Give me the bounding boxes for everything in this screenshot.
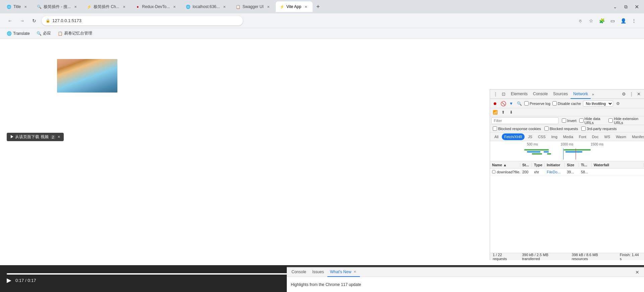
hide-extension-urls-checkbox[interactable]: Hide extension URLs bbox=[608, 117, 643, 125]
cell-status: 200 bbox=[520, 170, 532, 174]
tab-list-button[interactable]: ⌄ bbox=[610, 2, 620, 11]
disable-cache-checkbox[interactable]: Disable cache bbox=[552, 101, 581, 106]
type-js[interactable]: JS bbox=[526, 133, 535, 140]
upload-icon[interactable]: ⬆ bbox=[500, 109, 506, 115]
profile-icon[interactable]: 👤 bbox=[619, 16, 628, 25]
tab-redux[interactable]: ● Redux-DevTo... ✕ bbox=[131, 1, 181, 12]
address-input[interactable]: 🔒 127.0.0.1:5173 bbox=[42, 16, 243, 25]
download-banner-close[interactable]: ✕ bbox=[57, 135, 60, 139]
search-network-button[interactable]: 🔍 bbox=[516, 101, 522, 107]
filter-input[interactable] bbox=[491, 117, 558, 124]
devtools-inspect-icon[interactable]: ⊡ bbox=[500, 91, 507, 98]
forward-button[interactable]: → bbox=[17, 16, 27, 25]
tab-localhost[interactable]: 🌐 localhost:636... ✕ bbox=[182, 1, 231, 12]
devtools-tab-console[interactable]: Console bbox=[530, 90, 550, 99]
hide-data-urls-checkbox[interactable]: Hide data URLs bbox=[579, 117, 606, 125]
tab-jijian2[interactable]: ⚡ 极简插件 Ch... ✕ bbox=[83, 1, 131, 12]
col-name[interactable]: Name ▲ bbox=[490, 163, 520, 167]
tab-close-button[interactable]: ✕ bbox=[222, 4, 227, 9]
blocked-cookies-checkbox[interactable]: Blocked response cookies bbox=[493, 126, 541, 131]
type-all[interactable]: All bbox=[492, 133, 501, 140]
preserve-log-checkbox[interactable]: Preserve log bbox=[524, 101, 550, 106]
tab-title[interactable]: 🌐 Title ✕ bbox=[3, 1, 32, 12]
share-icon[interactable]: ⎏ bbox=[576, 16, 585, 25]
tab-favicon: 🌐 bbox=[7, 4, 11, 9]
download-banner[interactable]: ▶ 从该页面下载 视频 2 ✕ bbox=[7, 133, 64, 141]
type-ws[interactable]: WS bbox=[602, 133, 612, 140]
sidebar-icon[interactable]: ▭ bbox=[608, 16, 617, 25]
col-status[interactable]: St... bbox=[520, 163, 532, 167]
wf-bar-7 bbox=[564, 149, 591, 151]
wf-dom-line bbox=[563, 149, 564, 160]
extension-icon[interactable]: 🧩 bbox=[597, 16, 606, 25]
col-time[interactable]: Ti... bbox=[579, 163, 592, 167]
bookmark-icon[interactable]: ☆ bbox=[586, 16, 596, 25]
type-font[interactable]: Font bbox=[577, 133, 589, 140]
devtools-dock-icon[interactable]: ⋮ bbox=[492, 91, 499, 98]
third-party-checkbox[interactable]: 3rd-party requests bbox=[581, 126, 616, 131]
tab-close-button[interactable]: ✕ bbox=[172, 4, 177, 9]
tab-close-button[interactable]: ✕ bbox=[23, 4, 28, 9]
type-media[interactable]: Media bbox=[561, 133, 576, 140]
clear-button[interactable]: 🚫 bbox=[500, 101, 506, 107]
tab-jijian1[interactable]: 🔍 极简插件 - 搜... ✕ bbox=[33, 1, 82, 12]
menu-icon[interactable]: ⋮ bbox=[629, 16, 639, 25]
tab-close-button[interactable]: ✕ bbox=[121, 4, 127, 9]
reload-button[interactable]: ↻ bbox=[30, 16, 39, 25]
devtools-tab-sources[interactable]: Sources bbox=[550, 90, 571, 99]
devtools-tab-elements[interactable]: Elements bbox=[508, 90, 530, 99]
back-button[interactable]: ← bbox=[5, 16, 15, 25]
blocked-requests-checkbox[interactable]: Blocked requests bbox=[544, 126, 578, 131]
bottom-tab-issues[interactable]: Issues bbox=[310, 268, 327, 277]
bottom-panel-close-button[interactable]: ✕ bbox=[635, 270, 639, 275]
waterfall-bars bbox=[524, 149, 637, 160]
tab-close-button[interactable]: ✕ bbox=[266, 4, 271, 9]
cell-initiator[interactable]: FileDo... bbox=[545, 170, 565, 174]
tab-vite[interactable]: ⚡ Vite App ✕ bbox=[276, 1, 313, 12]
col-size[interactable]: Size bbox=[565, 163, 579, 167]
tab-swagger[interactable]: 📋 Swagger UI ✕ bbox=[232, 1, 275, 12]
row-checkbox[interactable] bbox=[492, 170, 495, 174]
throttle-select[interactable]: No throttling bbox=[583, 101, 613, 107]
record-button[interactable]: ⏺ bbox=[492, 101, 498, 107]
play-button[interactable]: ▶ bbox=[7, 277, 11, 284]
col-initiator[interactable]: Initiator bbox=[545, 163, 565, 167]
type-fetch-xhr[interactable]: Fetch/XHR bbox=[502, 133, 525, 140]
devtools-panel-tabs: Elements Console Sources Network » bbox=[508, 90, 619, 99]
new-tab-button[interactable]: + bbox=[313, 2, 323, 11]
restore-window-button[interactable]: ⧉ bbox=[621, 2, 631, 11]
devtools-settings-icon[interactable]: ⚙ bbox=[621, 91, 627, 98]
tab-close-button[interactable]: ✕ bbox=[303, 4, 309, 9]
table-row[interactable]: download?file... 200 xhr FileDo... 39...… bbox=[490, 169, 644, 175]
col-type[interactable]: Type bbox=[532, 163, 545, 167]
invert-checkbox[interactable]: Invert bbox=[562, 118, 577, 123]
devtools-close-icon[interactable]: ✕ bbox=[635, 91, 642, 98]
type-img[interactable]: Img bbox=[549, 133, 560, 140]
table-header: Name ▲ St... Type Initiator Size Ti... W… bbox=[490, 161, 644, 169]
type-doc[interactable]: Doc bbox=[590, 133, 601, 140]
status-transferred: 390 kB / 2.5 MB transferred bbox=[522, 253, 566, 261]
bottom-tab-console[interactable]: Console bbox=[289, 268, 309, 277]
devtools-more-tabs[interactable]: » bbox=[591, 92, 595, 96]
devtools-tab-network[interactable]: Network bbox=[571, 90, 591, 99]
download-icon[interactable]: ⬇ bbox=[508, 109, 514, 115]
bookmark-translate[interactable]: 🌐 Translate bbox=[5, 31, 31, 37]
wf-label-1000: 1000 ms bbox=[560, 142, 573, 146]
filter-button[interactable]: ▼ bbox=[508, 101, 514, 107]
bottom-tab-whats-new-close[interactable]: ✕ bbox=[353, 270, 357, 274]
network-settings-icon[interactable]: ⚙ bbox=[615, 101, 621, 107]
bookmark-bing[interactable]: 🔍 必应 bbox=[35, 30, 52, 37]
tab-close-button[interactable]: ✕ bbox=[73, 4, 78, 9]
col-waterfall[interactable]: Waterfall bbox=[592, 163, 644, 167]
bottom-panel-close: ✕ bbox=[635, 270, 642, 275]
bookmark-yijuan[interactable]: 📋 易卷记忆台管理 bbox=[56, 30, 94, 37]
type-css[interactable]: CSS bbox=[536, 133, 548, 140]
type-wasm[interactable]: Wasm bbox=[613, 133, 629, 140]
bottom-tab-whats-new[interactable]: What's New ✕ bbox=[327, 268, 360, 277]
wf-bar-1 bbox=[524, 149, 544, 151]
status-resources: 398 kB / 8.6 MB resources bbox=[572, 253, 614, 261]
type-manifest[interactable]: Manifest bbox=[630, 133, 644, 140]
close-window-button[interactable]: ✕ bbox=[632, 2, 641, 11]
wifi-icon[interactable]: 📶 bbox=[492, 109, 498, 115]
devtools-more-icon[interactable]: ⋮ bbox=[628, 91, 635, 98]
